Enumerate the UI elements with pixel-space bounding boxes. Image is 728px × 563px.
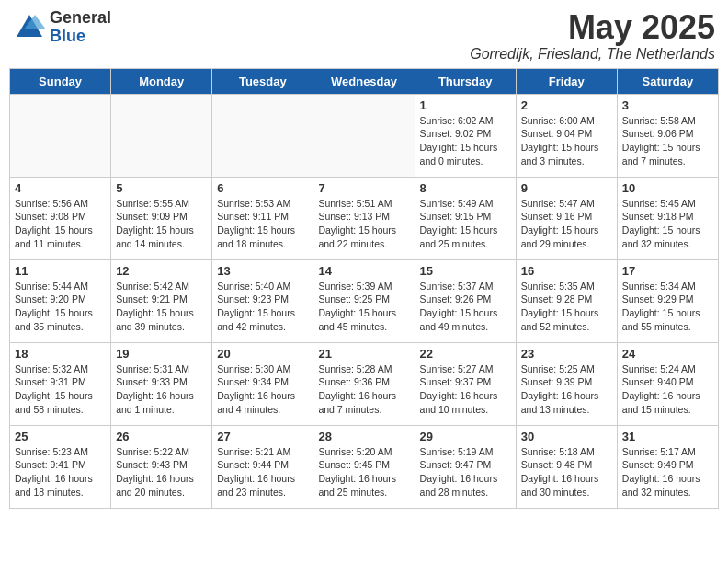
day-number: 4 xyxy=(15,181,106,195)
logo-icon xyxy=(13,11,46,44)
column-header-tuesday: Tuesday xyxy=(212,68,313,94)
month-title: May 2025 xyxy=(470,9,715,46)
day-number: 3 xyxy=(622,98,713,112)
day-info: Sunrise: 5:21 AMSunset: 9:44 PMDaylight:… xyxy=(217,445,308,500)
day-cell: 18Sunrise: 5:32 AMSunset: 9:31 PMDayligh… xyxy=(10,342,111,425)
day-info: Sunrise: 5:44 AMSunset: 9:20 PMDaylight:… xyxy=(15,280,106,334)
day-cell xyxy=(111,94,212,177)
day-cell: 1Sunrise: 6:02 AMSunset: 9:02 PMDaylight… xyxy=(415,94,516,177)
day-info: Sunrise: 6:00 AMSunset: 9:04 PMDaylight:… xyxy=(521,114,612,168)
day-cell: 30Sunrise: 5:18 AMSunset: 9:48 PMDayligh… xyxy=(516,425,617,508)
week-row-4: 18Sunrise: 5:32 AMSunset: 9:31 PMDayligh… xyxy=(10,342,719,425)
day-cell: 23Sunrise: 5:25 AMSunset: 9:39 PMDayligh… xyxy=(516,342,617,425)
day-info: Sunrise: 5:20 AMSunset: 9:45 PMDaylight:… xyxy=(318,445,409,500)
day-info: Sunrise: 5:40 AMSunset: 9:23 PMDaylight:… xyxy=(217,280,308,334)
day-info: Sunrise: 5:28 AMSunset: 9:36 PMDaylight:… xyxy=(318,362,409,417)
day-info: Sunrise: 5:53 AMSunset: 9:11 PMDaylight:… xyxy=(217,197,308,251)
day-number: 12 xyxy=(116,264,207,278)
week-row-1: 1Sunrise: 6:02 AMSunset: 9:02 PMDaylight… xyxy=(10,94,719,177)
day-cell: 15Sunrise: 5:37 AMSunset: 9:26 PMDayligh… xyxy=(415,259,516,342)
calendar-table: SundayMondayTuesdayWednesdayThursdayFrid… xyxy=(9,68,719,509)
day-cell: 28Sunrise: 5:20 AMSunset: 9:45 PMDayligh… xyxy=(313,425,415,508)
day-info: Sunrise: 5:18 AMSunset: 9:48 PMDaylight:… xyxy=(521,445,612,500)
day-number: 1 xyxy=(420,98,511,112)
day-info: Sunrise: 5:56 AMSunset: 9:08 PMDaylight:… xyxy=(15,197,106,251)
day-cell: 26Sunrise: 5:22 AMSunset: 9:43 PMDayligh… xyxy=(111,425,212,508)
day-cell: 27Sunrise: 5:21 AMSunset: 9:44 PMDayligh… xyxy=(212,425,313,508)
day-number: 5 xyxy=(116,181,207,195)
day-info: Sunrise: 5:58 AMSunset: 9:06 PMDaylight:… xyxy=(622,114,713,168)
day-cell: 12Sunrise: 5:42 AMSunset: 9:21 PMDayligh… xyxy=(111,259,212,342)
day-info: Sunrise: 5:27 AMSunset: 9:37 PMDaylight:… xyxy=(420,362,511,417)
day-number: 15 xyxy=(420,264,511,278)
week-row-5: 25Sunrise: 5:23 AMSunset: 9:41 PMDayligh… xyxy=(10,425,719,508)
day-info: Sunrise: 5:31 AMSunset: 9:33 PMDaylight:… xyxy=(116,362,207,417)
day-cell: 25Sunrise: 5:23 AMSunset: 9:41 PMDayligh… xyxy=(10,425,111,508)
day-number: 29 xyxy=(420,430,511,443)
day-cell: 29Sunrise: 5:19 AMSunset: 9:47 PMDayligh… xyxy=(415,425,516,508)
day-info: Sunrise: 5:47 AMSunset: 9:16 PMDaylight:… xyxy=(521,197,612,251)
day-number: 11 xyxy=(15,264,106,278)
header: General Blue May 2025 Gorredijk, Friesla… xyxy=(9,9,719,63)
day-cell: 22Sunrise: 5:27 AMSunset: 9:37 PMDayligh… xyxy=(415,342,516,425)
day-info: Sunrise: 5:24 AMSunset: 9:40 PMDaylight:… xyxy=(622,362,713,417)
calendar-header-row: SundayMondayTuesdayWednesdayThursdayFrid… xyxy=(10,68,719,94)
day-info: Sunrise: 5:55 AMSunset: 9:09 PMDaylight:… xyxy=(116,197,207,251)
location-title: Gorredijk, Friesland, The Netherlands xyxy=(470,46,715,63)
day-info: Sunrise: 5:23 AMSunset: 9:41 PMDaylight:… xyxy=(15,445,106,500)
day-info: Sunrise: 5:34 AMSunset: 9:29 PMDaylight:… xyxy=(622,280,713,334)
day-cell xyxy=(313,94,415,177)
day-info: Sunrise: 5:39 AMSunset: 9:25 PMDaylight:… xyxy=(318,280,409,334)
day-cell: 6Sunrise: 5:53 AMSunset: 9:11 PMDaylight… xyxy=(212,177,313,259)
day-number: 14 xyxy=(318,264,409,278)
day-cell: 4Sunrise: 5:56 AMSunset: 9:08 PMDaylight… xyxy=(10,177,111,259)
day-cell: 11Sunrise: 5:44 AMSunset: 9:20 PMDayligh… xyxy=(10,259,111,342)
day-info: Sunrise: 5:42 AMSunset: 9:21 PMDaylight:… xyxy=(116,280,207,334)
day-number: 27 xyxy=(217,430,308,443)
day-cell: 19Sunrise: 5:31 AMSunset: 9:33 PMDayligh… xyxy=(111,342,212,425)
day-number: 10 xyxy=(622,181,713,195)
column-header-monday: Monday xyxy=(111,68,212,94)
day-info: Sunrise: 5:51 AMSunset: 9:13 PMDaylight:… xyxy=(318,197,409,251)
day-number: 23 xyxy=(521,347,612,361)
week-row-3: 11Sunrise: 5:44 AMSunset: 9:20 PMDayligh… xyxy=(10,259,719,342)
day-number: 26 xyxy=(116,430,207,443)
day-cell: 21Sunrise: 5:28 AMSunset: 9:36 PMDayligh… xyxy=(313,342,415,425)
day-number: 28 xyxy=(318,430,409,443)
day-cell: 20Sunrise: 5:30 AMSunset: 9:34 PMDayligh… xyxy=(212,342,313,425)
day-info: Sunrise: 5:35 AMSunset: 9:28 PMDaylight:… xyxy=(521,280,612,334)
logo-general-text: General xyxy=(50,9,111,28)
column-header-friday: Friday xyxy=(516,68,617,94)
day-info: Sunrise: 5:37 AMSunset: 9:26 PMDaylight:… xyxy=(420,280,511,334)
day-cell: 16Sunrise: 5:35 AMSunset: 9:28 PMDayligh… xyxy=(516,259,617,342)
day-cell: 14Sunrise: 5:39 AMSunset: 9:25 PMDayligh… xyxy=(313,259,415,342)
day-number: 25 xyxy=(15,430,106,443)
day-number: 8 xyxy=(420,181,511,195)
title-area: May 2025 Gorredijk, Friesland, The Nethe… xyxy=(470,9,715,63)
day-cell: 10Sunrise: 5:45 AMSunset: 9:18 PMDayligh… xyxy=(617,177,718,259)
day-info: Sunrise: 5:25 AMSunset: 9:39 PMDaylight:… xyxy=(521,362,612,417)
day-number: 20 xyxy=(217,347,308,361)
day-number: 6 xyxy=(217,181,308,195)
day-info: Sunrise: 6:02 AMSunset: 9:02 PMDaylight:… xyxy=(420,114,511,168)
day-number: 18 xyxy=(15,347,106,361)
column-header-sunday: Sunday xyxy=(10,68,111,94)
day-number: 9 xyxy=(521,181,612,195)
day-number: 13 xyxy=(217,264,308,278)
day-number: 24 xyxy=(622,347,713,361)
column-header-wednesday: Wednesday xyxy=(313,68,415,94)
day-cell: 24Sunrise: 5:24 AMSunset: 9:40 PMDayligh… xyxy=(617,342,718,425)
day-cell: 2Sunrise: 6:00 AMSunset: 9:04 PMDaylight… xyxy=(516,94,617,177)
day-info: Sunrise: 5:32 AMSunset: 9:31 PMDaylight:… xyxy=(15,362,106,417)
day-info: Sunrise: 5:19 AMSunset: 9:47 PMDaylight:… xyxy=(420,445,511,500)
day-cell: 5Sunrise: 5:55 AMSunset: 9:09 PMDaylight… xyxy=(111,177,212,259)
day-number: 31 xyxy=(622,430,713,443)
day-number: 16 xyxy=(521,264,612,278)
day-cell: 17Sunrise: 5:34 AMSunset: 9:29 PMDayligh… xyxy=(617,259,718,342)
day-info: Sunrise: 5:49 AMSunset: 9:15 PMDaylight:… xyxy=(420,197,511,251)
day-number: 7 xyxy=(318,181,409,195)
day-cell: 8Sunrise: 5:49 AMSunset: 9:15 PMDaylight… xyxy=(415,177,516,259)
week-row-2: 4Sunrise: 5:56 AMSunset: 9:08 PMDaylight… xyxy=(10,177,719,259)
day-cell: 3Sunrise: 5:58 AMSunset: 9:06 PMDaylight… xyxy=(617,94,718,177)
column-header-saturday: Saturday xyxy=(617,68,718,94)
